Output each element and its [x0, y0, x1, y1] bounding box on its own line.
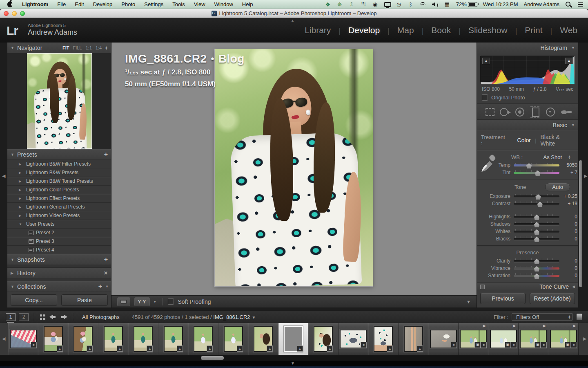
crop-overlay-icon[interactable]	[483, 106, 497, 117]
toolbar-options-icon[interactable]: ▼	[466, 299, 471, 304]
preset-item[interactable]: Lightroom General Presets	[7, 203, 111, 211]
go-back-icon[interactable]	[49, 314, 56, 319]
soft-proofing-checkbox[interactable]	[168, 298, 174, 305]
adjustment-badge-icon[interactable]: ±	[451, 342, 457, 348]
flag-icon[interactable]: ⚑	[572, 324, 576, 329]
airplay-icon[interactable]	[384, 1, 390, 8]
slider-track[interactable]	[514, 273, 559, 278]
battery-indicator[interactable]: 72%	[456, 1, 477, 7]
adjustment-brush-icon[interactable]	[559, 106, 572, 117]
menu-item[interactable]: Help	[238, 0, 258, 8]
create-preset-button[interactable]: +	[104, 151, 108, 158]
menu-item[interactable]: Window	[210, 0, 238, 8]
photo-thumbnail[interactable]: ▣ ±	[254, 327, 272, 351]
disclosure-triangle-icon[interactable]: ▼	[571, 46, 575, 50]
disclosure-triangle-icon[interactable]: ▼	[11, 285, 17, 289]
adjustment-badge-icon[interactable]: ±	[31, 342, 37, 348]
before-after-button[interactable]: Y Y	[134, 297, 150, 306]
search-icon[interactable]	[565, 1, 572, 8]
top-panel-collapse-icon[interactable]: ▲	[291, 18, 294, 22]
copy-settings-badge-icon[interactable]: ▣	[505, 342, 511, 348]
apple-menu-icon[interactable]	[7, 2, 13, 7]
creative-cloud-icon[interactable]: ◉	[372, 1, 379, 8]
filmstrip-cell[interactable]: ⚑ ▣ ±	[459, 323, 489, 355]
slider-value[interactable]: 0	[559, 214, 580, 220]
spot-removal-icon[interactable]	[498, 106, 512, 117]
filter-dropdown[interactable]: Filters Off ▲▼	[512, 313, 573, 321]
develop-canvas[interactable]: IMG_8861.CR2•Blog ¹/₁₂₅ sec at ƒ / 2.8, …	[111, 43, 477, 295]
slider-track[interactable]	[514, 265, 559, 271]
preset-item-icon[interactable]	[19, 214, 26, 218]
preset-item-icon[interactable]	[19, 205, 26, 209]
slider-value[interactable]: 0	[559, 265, 580, 271]
zoom-spinner-icon[interactable]: ▲▼	[105, 46, 108, 50]
bluetooth-icon[interactable]: ᛒ	[408, 1, 414, 8]
filmstrip-cell[interactable]: ⚑ ▣ ±	[399, 323, 429, 355]
navigator-header[interactable]: ▼ Navigator FITFILL1:11:4 ▲▼	[7, 43, 111, 53]
menubar-clock[interactable]: Wed 10:23 PM	[483, 1, 518, 7]
slider-value[interactable]: 0	[559, 273, 580, 278]
slider-track[interactable]	[514, 229, 559, 234]
slider-track[interactable]	[514, 201, 559, 206]
paste-button[interactable]: Paste	[61, 294, 108, 306]
photo-thumbnail[interactable]: ▣ ±	[105, 327, 122, 351]
close-window-button[interactable]	[4, 11, 9, 16]
wb-value[interactable]: As Shot	[543, 154, 562, 160]
adjustment-badge-icon[interactable]: ±	[147, 346, 153, 352]
preset-item[interactable]: Lightroom B&W Filter Presets	[7, 160, 111, 168]
menu-item[interactable]: Develop	[89, 0, 117, 8]
snapshots-header[interactable]: ▼ Snapshots +	[7, 254, 111, 265]
zoom-option[interactable]: FILL	[73, 45, 82, 50]
adjustment-badge-icon[interactable]: ±	[237, 346, 243, 352]
slider-thumb[interactable]	[534, 274, 539, 279]
filmstrip-cell[interactable]: ⚑ ▣ ±	[68, 323, 98, 355]
menu-item[interactable]: Lightroom	[18, 0, 53, 8]
photo-thumbnail[interactable]: ▣ ±	[491, 330, 516, 348]
zoom-window-button[interactable]	[20, 11, 25, 16]
photo-thumbnail[interactable]: ▣ ±	[45, 327, 62, 351]
photo-thumbnail[interactable]: ▣ ±	[134, 327, 152, 351]
slider-track[interactable]	[514, 162, 559, 168]
right-panel-collapse-icon[interactable]: ▶	[584, 173, 587, 179]
navigator-preview[interactable]	[7, 53, 111, 149]
preset-item-icon[interactable]	[19, 180, 26, 183]
slider-value[interactable]: + 19	[559, 201, 580, 206]
window-page-button[interactable]: 1	[6, 313, 16, 321]
loupe-view-button[interactable]	[117, 297, 130, 306]
notification-list-icon[interactable]	[577, 1, 584, 8]
zoom-option[interactable]: 1:4	[96, 45, 102, 50]
photo-thumbnail[interactable]: ▣ ±	[225, 327, 242, 351]
slider-value[interactable]: 5050	[559, 162, 580, 168]
menubar-user[interactable]: Andrew Adams	[524, 1, 559, 7]
collections-header[interactable]: ▼ Collections +▾	[7, 281, 111, 292]
preset-item[interactable]: Lightroom B&W Toned Presets	[7, 177, 111, 186]
menu-item[interactable]: View	[189, 0, 210, 8]
filmstrip-cell[interactable]: ⚑ ▣ ±	[98, 323, 129, 355]
preset-item[interactable]: Lightroom Effect Presets	[7, 194, 111, 203]
zoom-option[interactable]: 1:1	[85, 45, 91, 50]
filmstrip-cell[interactable]: ⚑ ▣ ±	[488, 323, 519, 355]
filmstrip-cell[interactable]: ⚑ ▣ ±	[188, 323, 218, 355]
filmstrip-scroll-left-icon[interactable]: ◀	[2, 336, 5, 341]
original-photo-checkbox[interactable]	[482, 94, 488, 101]
adjustment-badge-icon[interactable]: ±	[481, 342, 487, 348]
wifi-icon[interactable]	[419, 1, 427, 8]
filmstrip-cell[interactable]: ⚑ ▣ ±	[218, 323, 249, 355]
disclosure-triangle-icon[interactable]: ▼	[11, 46, 17, 50]
filmstrip-cell[interactable]: ⚑ ▣ ±	[128, 323, 158, 355]
clear-history-button[interactable]: ✕	[104, 270, 108, 276]
slider-thumb[interactable]	[537, 202, 543, 207]
preset-item-icon[interactable]	[19, 162, 26, 166]
leaf-icon[interactable]: ❊	[336, 1, 343, 8]
slider-track[interactable]	[514, 193, 559, 199]
filmstrip-scroll-right-icon[interactable]: ▶	[583, 336, 586, 341]
preset-item[interactable]: Preset 3	[7, 237, 111, 246]
filmstrip-cell[interactable]: ⚑ ▣ ±	[248, 323, 278, 355]
flag-icon[interactable]: ⚑	[512, 324, 516, 329]
filmstrip-cell[interactable]: ⚑ ▣ ±	[519, 323, 549, 355]
previous-button[interactable]: Previous	[480, 293, 526, 304]
slider-value[interactable]: 0	[559, 229, 580, 234]
filmstrip-cell[interactable]: ⚑ ▣ ±	[368, 323, 399, 355]
photo-thumbnail[interactable]: ▣ ±	[461, 330, 486, 348]
panel-toggle-icon[interactable]	[480, 285, 485, 289]
